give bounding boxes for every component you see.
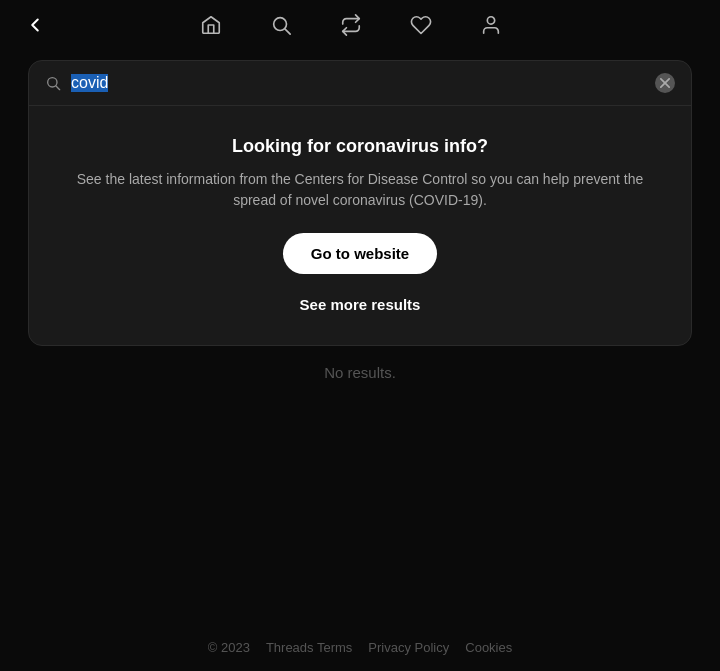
- nav-icons: [6, 14, 696, 36]
- top-navigation: [0, 0, 720, 50]
- search-container: Looking for coronavirus info? See the la…: [28, 60, 692, 346]
- threads-terms-link[interactable]: Threads Terms: [266, 640, 352, 655]
- svg-line-1: [285, 29, 290, 34]
- go-to-website-button[interactable]: Go to website: [283, 233, 437, 274]
- info-description: See the latest information from the Cent…: [69, 169, 651, 211]
- copyright-text: © 2023: [208, 640, 250, 655]
- clear-search-button[interactable]: [655, 73, 675, 93]
- heart-icon[interactable]: [410, 14, 432, 36]
- search-input[interactable]: [71, 74, 645, 92]
- privacy-policy-link[interactable]: Privacy Policy: [368, 640, 449, 655]
- search-bar: [29, 61, 691, 105]
- search-input-icon: [45, 75, 61, 91]
- home-icon[interactable]: [200, 14, 222, 36]
- info-title: Looking for coronavirus info?: [69, 136, 651, 157]
- share-icon[interactable]: [340, 14, 362, 36]
- search-nav-icon[interactable]: [270, 14, 292, 36]
- svg-point-2: [487, 17, 494, 24]
- no-results-text: No results.: [0, 356, 720, 389]
- see-more-results-link[interactable]: See more results: [69, 296, 651, 321]
- cookies-link[interactable]: Cookies: [465, 640, 512, 655]
- coronavirus-info-panel: Looking for coronavirus info? See the la…: [29, 105, 691, 345]
- svg-line-4: [56, 86, 60, 90]
- profile-icon[interactable]: [480, 14, 502, 36]
- footer: © 2023 Threads Terms Privacy Policy Cook…: [0, 640, 720, 655]
